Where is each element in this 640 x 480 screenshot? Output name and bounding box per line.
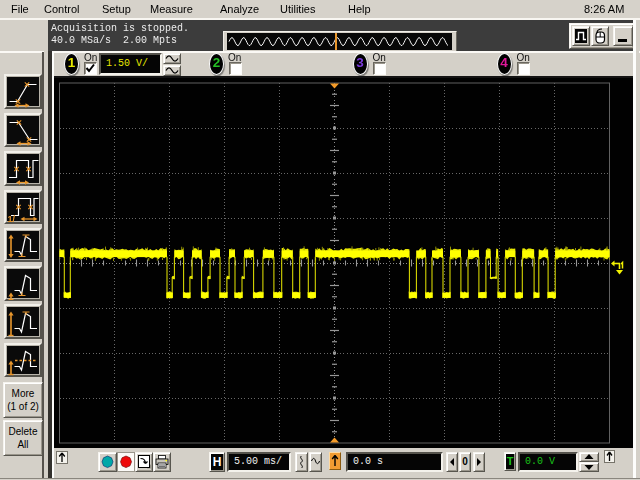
svg-text:1/: 1/	[8, 214, 16, 224]
